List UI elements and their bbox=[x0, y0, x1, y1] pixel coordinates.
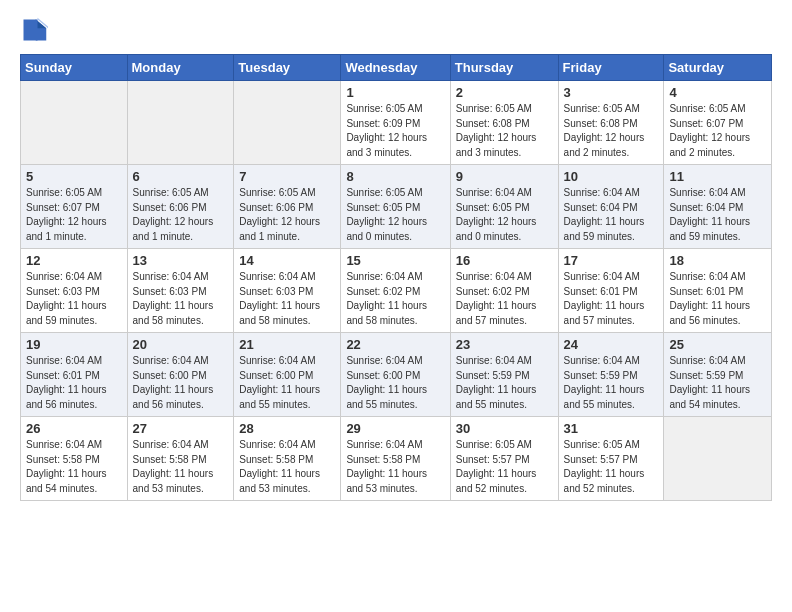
day-detail: Sunrise: 6:04 AM Sunset: 5:58 PM Dayligh… bbox=[239, 438, 335, 496]
calendar-week-4: 19Sunrise: 6:04 AM Sunset: 6:01 PM Dayli… bbox=[21, 333, 772, 417]
weekday-header-tuesday: Tuesday bbox=[234, 55, 341, 81]
weekday-header-wednesday: Wednesday bbox=[341, 55, 450, 81]
day-number: 24 bbox=[564, 337, 659, 352]
calendar-week-5: 26Sunrise: 6:04 AM Sunset: 5:58 PM Dayli… bbox=[21, 417, 772, 501]
calendar-week-3: 12Sunrise: 6:04 AM Sunset: 6:03 PM Dayli… bbox=[21, 249, 772, 333]
calendar-cell: 9Sunrise: 6:04 AM Sunset: 6:05 PM Daylig… bbox=[450, 165, 558, 249]
calendar-cell: 18Sunrise: 6:04 AM Sunset: 6:01 PM Dayli… bbox=[664, 249, 772, 333]
day-detail: Sunrise: 6:04 AM Sunset: 5:59 PM Dayligh… bbox=[456, 354, 553, 412]
day-number: 2 bbox=[456, 85, 553, 100]
day-detail: Sunrise: 6:04 AM Sunset: 6:02 PM Dayligh… bbox=[456, 270, 553, 328]
day-detail: Sunrise: 6:05 AM Sunset: 6:06 PM Dayligh… bbox=[239, 186, 335, 244]
day-number: 16 bbox=[456, 253, 553, 268]
day-detail: Sunrise: 6:05 AM Sunset: 6:07 PM Dayligh… bbox=[26, 186, 122, 244]
day-number: 10 bbox=[564, 169, 659, 184]
day-number: 25 bbox=[669, 337, 766, 352]
calendar-cell bbox=[127, 81, 234, 165]
day-detail: Sunrise: 6:05 AM Sunset: 6:08 PM Dayligh… bbox=[564, 102, 659, 160]
day-number: 11 bbox=[669, 169, 766, 184]
day-number: 30 bbox=[456, 421, 553, 436]
page: SundayMondayTuesdayWednesdayThursdayFrid… bbox=[0, 0, 792, 517]
day-detail: Sunrise: 6:04 AM Sunset: 6:03 PM Dayligh… bbox=[133, 270, 229, 328]
calendar-cell: 17Sunrise: 6:04 AM Sunset: 6:01 PM Dayli… bbox=[558, 249, 664, 333]
calendar-cell: 22Sunrise: 6:04 AM Sunset: 6:00 PM Dayli… bbox=[341, 333, 450, 417]
weekday-header-thursday: Thursday bbox=[450, 55, 558, 81]
calendar-cell: 24Sunrise: 6:04 AM Sunset: 5:59 PM Dayli… bbox=[558, 333, 664, 417]
day-detail: Sunrise: 6:04 AM Sunset: 6:04 PM Dayligh… bbox=[669, 186, 766, 244]
day-number: 8 bbox=[346, 169, 444, 184]
day-number: 28 bbox=[239, 421, 335, 436]
day-number: 13 bbox=[133, 253, 229, 268]
day-number: 12 bbox=[26, 253, 122, 268]
weekday-header-friday: Friday bbox=[558, 55, 664, 81]
calendar-cell: 8Sunrise: 6:05 AM Sunset: 6:05 PM Daylig… bbox=[341, 165, 450, 249]
day-detail: Sunrise: 6:04 AM Sunset: 6:01 PM Dayligh… bbox=[26, 354, 122, 412]
day-detail: Sunrise: 6:05 AM Sunset: 6:09 PM Dayligh… bbox=[346, 102, 444, 160]
calendar-cell: 29Sunrise: 6:04 AM Sunset: 5:58 PM Dayli… bbox=[341, 417, 450, 501]
weekday-header-saturday: Saturday bbox=[664, 55, 772, 81]
calendar-cell bbox=[234, 81, 341, 165]
calendar-cell: 20Sunrise: 6:04 AM Sunset: 6:00 PM Dayli… bbox=[127, 333, 234, 417]
day-detail: Sunrise: 6:04 AM Sunset: 6:01 PM Dayligh… bbox=[669, 270, 766, 328]
day-number: 23 bbox=[456, 337, 553, 352]
day-number: 1 bbox=[346, 85, 444, 100]
logo-icon bbox=[20, 16, 48, 44]
calendar-cell: 1Sunrise: 6:05 AM Sunset: 6:09 PM Daylig… bbox=[341, 81, 450, 165]
day-detail: Sunrise: 6:04 AM Sunset: 6:05 PM Dayligh… bbox=[456, 186, 553, 244]
day-number: 21 bbox=[239, 337, 335, 352]
day-number: 6 bbox=[133, 169, 229, 184]
day-detail: Sunrise: 6:05 AM Sunset: 6:07 PM Dayligh… bbox=[669, 102, 766, 160]
day-detail: Sunrise: 6:04 AM Sunset: 5:58 PM Dayligh… bbox=[346, 438, 444, 496]
calendar-cell: 28Sunrise: 6:04 AM Sunset: 5:58 PM Dayli… bbox=[234, 417, 341, 501]
day-number: 29 bbox=[346, 421, 444, 436]
calendar-cell: 31Sunrise: 6:05 AM Sunset: 5:57 PM Dayli… bbox=[558, 417, 664, 501]
day-detail: Sunrise: 6:04 AM Sunset: 6:03 PM Dayligh… bbox=[26, 270, 122, 328]
calendar-cell: 7Sunrise: 6:05 AM Sunset: 6:06 PM Daylig… bbox=[234, 165, 341, 249]
day-number: 3 bbox=[564, 85, 659, 100]
calendar-cell: 13Sunrise: 6:04 AM Sunset: 6:03 PM Dayli… bbox=[127, 249, 234, 333]
calendar-week-1: 1Sunrise: 6:05 AM Sunset: 6:09 PM Daylig… bbox=[21, 81, 772, 165]
day-number: 31 bbox=[564, 421, 659, 436]
calendar-cell: 14Sunrise: 6:04 AM Sunset: 6:03 PM Dayli… bbox=[234, 249, 341, 333]
weekday-header-sunday: Sunday bbox=[21, 55, 128, 81]
day-number: 26 bbox=[26, 421, 122, 436]
day-detail: Sunrise: 6:04 AM Sunset: 6:01 PM Dayligh… bbox=[564, 270, 659, 328]
weekday-header-monday: Monday bbox=[127, 55, 234, 81]
day-detail: Sunrise: 6:05 AM Sunset: 6:06 PM Dayligh… bbox=[133, 186, 229, 244]
day-detail: Sunrise: 6:05 AM Sunset: 5:57 PM Dayligh… bbox=[456, 438, 553, 496]
day-detail: Sunrise: 6:04 AM Sunset: 6:00 PM Dayligh… bbox=[346, 354, 444, 412]
calendar-cell: 26Sunrise: 6:04 AM Sunset: 5:58 PM Dayli… bbox=[21, 417, 128, 501]
day-detail: Sunrise: 6:04 AM Sunset: 6:03 PM Dayligh… bbox=[239, 270, 335, 328]
calendar-cell: 6Sunrise: 6:05 AM Sunset: 6:06 PM Daylig… bbox=[127, 165, 234, 249]
calendar-cell bbox=[21, 81, 128, 165]
calendar-cell: 19Sunrise: 6:04 AM Sunset: 6:01 PM Dayli… bbox=[21, 333, 128, 417]
calendar-cell: 5Sunrise: 6:05 AM Sunset: 6:07 PM Daylig… bbox=[21, 165, 128, 249]
logo bbox=[20, 16, 52, 44]
header bbox=[20, 16, 772, 44]
svg-rect-2 bbox=[24, 20, 38, 41]
calendar-cell: 11Sunrise: 6:04 AM Sunset: 6:04 PM Dayli… bbox=[664, 165, 772, 249]
day-number: 5 bbox=[26, 169, 122, 184]
calendar-cell bbox=[664, 417, 772, 501]
day-number: 7 bbox=[239, 169, 335, 184]
day-number: 9 bbox=[456, 169, 553, 184]
calendar-cell: 30Sunrise: 6:05 AM Sunset: 5:57 PM Dayli… bbox=[450, 417, 558, 501]
day-detail: Sunrise: 6:05 AM Sunset: 6:08 PM Dayligh… bbox=[456, 102, 553, 160]
calendar-cell: 4Sunrise: 6:05 AM Sunset: 6:07 PM Daylig… bbox=[664, 81, 772, 165]
calendar-cell: 25Sunrise: 6:04 AM Sunset: 5:59 PM Dayli… bbox=[664, 333, 772, 417]
calendar-cell: 3Sunrise: 6:05 AM Sunset: 6:08 PM Daylig… bbox=[558, 81, 664, 165]
calendar-cell: 21Sunrise: 6:04 AM Sunset: 6:00 PM Dayli… bbox=[234, 333, 341, 417]
day-number: 15 bbox=[346, 253, 444, 268]
day-detail: Sunrise: 6:05 AM Sunset: 5:57 PM Dayligh… bbox=[564, 438, 659, 496]
day-number: 27 bbox=[133, 421, 229, 436]
day-number: 20 bbox=[133, 337, 229, 352]
calendar-week-2: 5Sunrise: 6:05 AM Sunset: 6:07 PM Daylig… bbox=[21, 165, 772, 249]
day-detail: Sunrise: 6:04 AM Sunset: 6:00 PM Dayligh… bbox=[133, 354, 229, 412]
calendar-cell: 2Sunrise: 6:05 AM Sunset: 6:08 PM Daylig… bbox=[450, 81, 558, 165]
day-number: 17 bbox=[564, 253, 659, 268]
calendar-cell: 12Sunrise: 6:04 AM Sunset: 6:03 PM Dayli… bbox=[21, 249, 128, 333]
calendar-cell: 15Sunrise: 6:04 AM Sunset: 6:02 PM Dayli… bbox=[341, 249, 450, 333]
day-detail: Sunrise: 6:04 AM Sunset: 6:02 PM Dayligh… bbox=[346, 270, 444, 328]
calendar: SundayMondayTuesdayWednesdayThursdayFrid… bbox=[20, 54, 772, 501]
day-detail: Sunrise: 6:04 AM Sunset: 5:58 PM Dayligh… bbox=[133, 438, 229, 496]
